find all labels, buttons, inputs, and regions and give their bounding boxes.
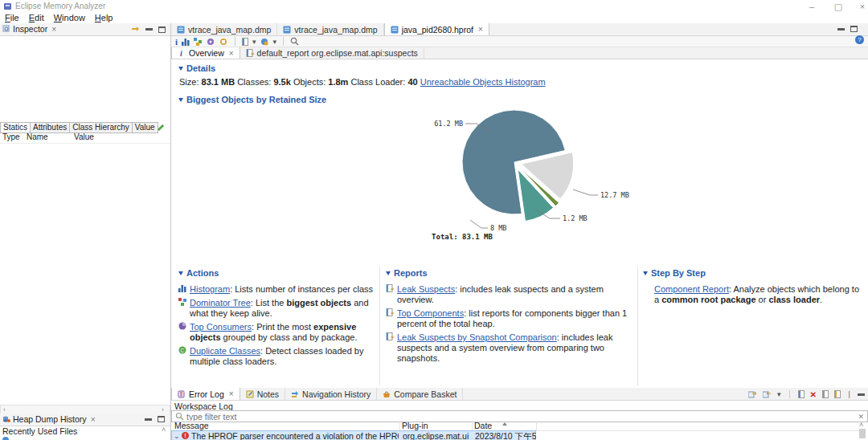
menu-edit[interactable]: Edit	[24, 13, 49, 23]
inspector-subtab-value[interactable]: Value	[133, 122, 158, 133]
scrollbar-thumb[interactable]	[859, 429, 866, 438]
maximize-view-icon[interactable]	[158, 26, 166, 33]
collapse-icon[interactable]	[178, 67, 183, 71]
result-tab-label: Overview	[189, 48, 224, 58]
step-by-step-header[interactable]: Step By Step	[643, 268, 862, 278]
scroll-up-icon[interactable]: ˄	[859, 421, 863, 429]
minimize-panel-icon[interactable]	[858, 393, 865, 396]
item-text: : List the	[251, 298, 287, 308]
window-maximize-button[interactable]: ▢	[826, 1, 850, 12]
path-to-gc-icon[interactable]	[207, 38, 215, 46]
run-report-icon[interactable]	[242, 38, 248, 46]
unreachable-objects-link[interactable]: Unreachable Objects Histogram	[420, 77, 546, 87]
link-with-editor-icon[interactable]	[131, 26, 140, 33]
import-log-icon[interactable]	[763, 390, 772, 398]
top-consumers-link[interactable]: Top Consumers	[190, 322, 252, 332]
leak-suspects-by-snapshot-comparison-link[interactable]: Leak Suspects by Snapshot Comparison	[397, 332, 557, 342]
details-section-header[interactable]: Details	[178, 63, 215, 73]
close-tab-icon[interactable]: ×	[229, 389, 234, 398]
close-tab-icon[interactable]: ×	[229, 49, 234, 58]
leak-suspects-link[interactable]: Leak Suspects	[397, 284, 455, 294]
heap-history-close-icon[interactable]: ×	[91, 415, 96, 424]
col-message[interactable]: Message	[174, 421, 209, 430]
file-icon	[2, 436, 10, 440]
col-value[interactable]: Value	[74, 132, 94, 141]
heap-dump-file-icon	[391, 26, 399, 34]
collapse-icon[interactable]	[386, 271, 391, 275]
editor-tab-java-pid2680-hprof[interactable]: java_pid2680.hprof×	[384, 23, 489, 35]
actions-header[interactable]: Actions	[178, 268, 375, 278]
histogram-link[interactable]: Histogram	[190, 284, 230, 294]
component-report-link[interactable]: Component Report	[654, 284, 729, 294]
inspector-subtab-attributes[interactable]: Attributes	[31, 122, 70, 133]
overview-info-icon[interactable]: i	[175, 37, 178, 47]
dominator-tree-icon[interactable]	[194, 38, 203, 46]
item-text: .	[820, 295, 822, 304]
compare-basket-icon	[383, 390, 391, 398]
heap-history-tab[interactable]: Heap Dump History ×	[2, 414, 95, 424]
expand-row-icon[interactable]: ⌄	[174, 432, 180, 440]
window-close-button[interactable]: ×	[850, 1, 868, 12]
delete-log-icon[interactable]: ✕	[810, 390, 817, 399]
scroll-left-icon[interactable]: ‹	[3, 405, 6, 414]
inspector-close-icon[interactable]: ×	[51, 25, 56, 34]
minimize-editor-icon[interactable]	[837, 28, 845, 31]
biggest-objects-section-header[interactable]: Biggest Objects by Retained Size	[178, 95, 326, 104]
collapse-icon[interactable]	[178, 98, 183, 102]
query-dropdown-icon[interactable]: ▾	[273, 38, 277, 46]
result-tab-default-report-org-eclipse-mat-api-suspe[interactable]: default_report org.eclipse.mat.api:suspe…	[240, 47, 424, 59]
top-components-link[interactable]: Top Components	[397, 308, 464, 318]
panel-tab-notes[interactable]: Notes	[240, 388, 285, 400]
clear-log-icon[interactable]	[798, 390, 805, 398]
error-log-row[interactable]: ⌄ ! The HPROF parser encountered a viola…	[171, 430, 536, 440]
col-plugin[interactable]: Plug-in	[402, 421, 428, 430]
class-loader-icon[interactable]	[219, 38, 228, 46]
scroll-up-icon[interactable]: ˄	[162, 426, 166, 434]
pencil-icon[interactable]	[156, 123, 165, 132]
report-icon	[386, 332, 394, 340]
result-tab-overview[interactable]: iOverview×	[171, 47, 240, 59]
help-icon[interactable]: ?	[855, 35, 864, 44]
window-minimize-button[interactable]: –	[800, 1, 824, 12]
inspector-subtab-statics[interactable]: Statics	[0, 122, 31, 133]
collapse-icon[interactable]	[643, 271, 648, 275]
open-log-icon[interactable]	[822, 390, 829, 398]
export-log-icon[interactable]	[748, 390, 757, 398]
panel-tab-error-log[interactable]: Error Log×	[171, 388, 240, 400]
reports-header[interactable]: Reports	[386, 268, 632, 278]
filter-input[interactable]	[186, 412, 858, 421]
report-dropdown-icon[interactable]: ▾	[252, 38, 256, 46]
editor-tab-vtrace-java-map-dmp[interactable]: vtrace_java_map.dmp	[171, 23, 277, 35]
pin-icon[interactable]: ❘	[846, 390, 853, 398]
menu-file[interactable]: File	[0, 13, 24, 23]
dominator-tree-link[interactable]: Dominator Tree	[190, 298, 251, 308]
col-name[interactable]: Name	[27, 132, 48, 141]
minimize-view-icon[interactable]	[145, 28, 153, 31]
menu-window[interactable]: Window	[49, 13, 90, 23]
close-tab-icon[interactable]: ×	[478, 25, 483, 34]
inspector-subtab-class-hierarchy[interactable]: Class Hierarchy	[70, 122, 133, 133]
histogram-icon[interactable]	[182, 38, 190, 46]
maximize-editor-icon[interactable]	[850, 26, 858, 32]
minimize-view-icon[interactable]	[145, 418, 152, 421]
duplicate-classes-icon: C	[178, 346, 186, 354]
panel-tab-navigation-history[interactable]: Navigation History	[285, 388, 377, 400]
editor-tab-vtrace-java-map-dmp[interactable]: vtrace_java_map.dmp	[277, 23, 383, 35]
inspector-tab[interactable]: Inspector ×	[2, 24, 56, 34]
query-browser-icon[interactable]	[260, 38, 269, 46]
maximize-view-icon[interactable]	[158, 416, 165, 422]
retained-size-pie-chart[interactable]: 61.2 MB12.7 MB1.2 MB8 MBTotal: 83.1 MB	[171, 104, 868, 249]
col-type[interactable]: Type	[2, 132, 20, 141]
restore-log-icon[interactable]	[834, 390, 841, 398]
clear-filter-icon[interactable]: ✕	[858, 413, 864, 421]
scroll-right-icon[interactable]: ›	[162, 405, 164, 414]
duplicate-classes-link[interactable]: Duplicate Classes	[190, 346, 260, 356]
menu-help[interactable]: Help	[90, 13, 118, 23]
view-menu-icon[interactable]: ▾	[777, 390, 781, 398]
section-title: Step By Step	[651, 268, 706, 278]
heap-dump-file-icon	[283, 26, 291, 34]
col-date[interactable]: Date	[474, 421, 492, 430]
panel-tab-compare-basket[interactable]: Compare Basket	[377, 388, 463, 400]
search-icon[interactable]	[290, 37, 299, 46]
collapse-icon[interactable]	[178, 271, 183, 275]
